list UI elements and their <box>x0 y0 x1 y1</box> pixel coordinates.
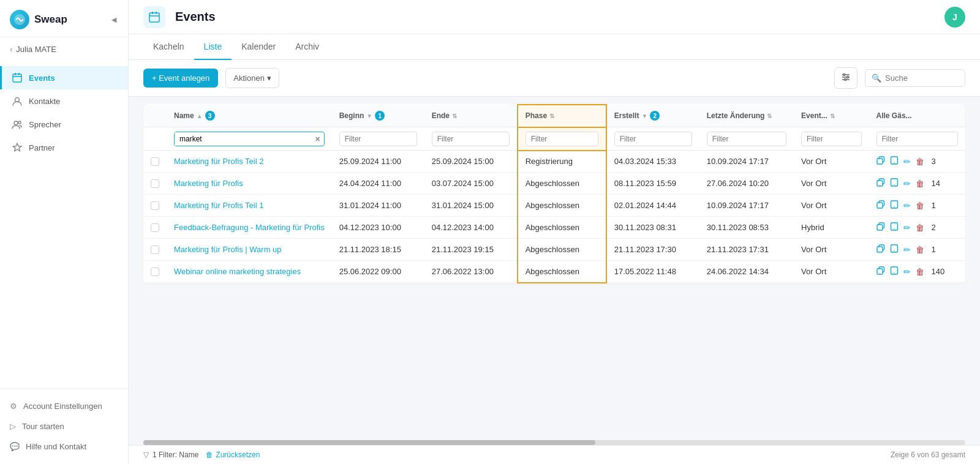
search-input[interactable] <box>885 73 959 83</box>
event-name-link[interactable]: Marketing für Profis | Warm up <box>174 245 282 254</box>
row-guest-count: 2 <box>932 223 936 232</box>
row-checkbox-input[interactable] <box>151 223 159 232</box>
delete-icon[interactable]: 🗑 <box>916 179 924 189</box>
th-letzte-aenderung[interactable]: Letzte Änderung ⇅ <box>699 105 794 127</box>
filter-settings-icon <box>841 72 851 82</box>
name-sort-badge: 3 <box>205 111 215 121</box>
name-filter-input[interactable] <box>175 132 311 146</box>
row-checkbox-input[interactable] <box>151 245 159 254</box>
tablet-icon[interactable] <box>890 222 899 233</box>
main-content: Events J Kacheln Liste Kalender Archiv +… <box>129 0 980 464</box>
row-checkbox-input[interactable] <box>151 157 159 166</box>
row-guest-count: 140 <box>932 267 945 276</box>
gaeste-filter-input[interactable] <box>876 132 958 146</box>
copy-icon[interactable] <box>876 200 885 211</box>
account-settings-icon: ⚙ <box>10 402 17 411</box>
tablet-icon[interactable] <box>890 244 899 255</box>
aktionen-button[interactable]: Aktionen ▾ <box>225 68 279 88</box>
edit-icon[interactable]: ✏ <box>903 245 911 255</box>
table-row: Marketing für Profis Teil 2 25.09.2024 1… <box>143 151 965 173</box>
sidebar-item-partner[interactable]: Partner <box>0 136 128 159</box>
copy-icon[interactable] <box>876 156 885 167</box>
tablet-icon[interactable] <box>890 266 899 277</box>
svg-rect-8 <box>149 13 159 22</box>
row-beginn: 25.09.2024 11:00 <box>332 151 424 173</box>
row-letzte-aenderung: 24.06.2022 14:34 <box>699 261 794 283</box>
eventtype-filter-input[interactable] <box>801 132 861 146</box>
edit-icon[interactable]: ✏ <box>903 201 911 211</box>
tab-kalender[interactable]: Kalender <box>232 34 285 60</box>
delete-icon[interactable]: 🗑 <box>916 223 924 233</box>
th-phase[interactable]: Phase ⇅ <box>518 105 606 127</box>
sidebar-item-kontakte[interactable]: Kontakte <box>0 89 128 113</box>
table-row: Feedback-Befragung - Marketing für Profi… <box>143 217 965 239</box>
scrollbar-thumb[interactable] <box>143 440 595 445</box>
tab-kacheln[interactable]: Kacheln <box>143 34 194 60</box>
tab-liste[interactable]: Liste <box>194 34 232 60</box>
row-phase: Registrierung <box>518 151 606 173</box>
row-alle-gaeste: ✏ 🗑 14 <box>869 173 965 195</box>
delete-icon[interactable]: 🗑 <box>916 157 924 167</box>
th-event-type[interactable]: Event... ⇅ <box>794 105 869 127</box>
search-icon: 🔍 <box>872 73 881 83</box>
edit-icon[interactable]: ✏ <box>903 267 911 277</box>
horizontal-scrollbar[interactable] <box>143 440 965 445</box>
tablet-icon[interactable] <box>890 178 899 189</box>
eventtype-sort-arrow[interactable]: ⇅ <box>830 113 835 119</box>
row-phase: Abgeschlossen <box>518 173 606 195</box>
name-sort-arrow[interactable]: ▲ <box>197 113 203 119</box>
sidebar-item-sprecher[interactable]: Sprecher <box>0 113 128 136</box>
beginn-sort-arrow[interactable]: ▼ <box>366 113 372 119</box>
name-filter-clear[interactable]: × <box>311 134 323 144</box>
erstellt-filter-input[interactable] <box>614 132 692 146</box>
row-checkbox <box>143 217 167 239</box>
row-checkbox-input[interactable] <box>151 201 159 210</box>
copy-icon[interactable] <box>876 222 885 233</box>
row-ende: 31.01.2024 15:00 <box>424 195 518 217</box>
th-beginn[interactable]: Beginn ▼ 1 <box>332 105 424 127</box>
event-name-link[interactable]: Marketing für Profis Teil 1 <box>174 201 263 210</box>
sidebar-account-settings[interactable]: ⚙ Account Einstellungen <box>0 396 128 416</box>
sidebar-hilfe[interactable]: 💬 Hilfe und Kontakt <box>0 436 128 457</box>
tab-archiv[interactable]: Archiv <box>285 34 329 60</box>
copy-icon[interactable] <box>876 178 885 189</box>
row-erstellt: 04.03.2024 15:33 <box>606 151 699 173</box>
reset-filter-button[interactable]: 🗑 Zurücksetzen <box>206 451 260 459</box>
tablet-icon[interactable] <box>890 156 899 167</box>
delete-icon[interactable]: 🗑 <box>916 267 924 277</box>
copy-icon[interactable] <box>876 244 885 255</box>
copy-icon[interactable] <box>876 266 885 277</box>
event-name-link[interactable]: Webinar online marketing strategies <box>174 267 301 276</box>
sidebar-user[interactable]: ‹ Julia MATE <box>0 37 128 61</box>
delete-icon[interactable]: 🗑 <box>916 245 924 255</box>
edit-icon[interactable]: ✏ <box>903 223 911 233</box>
edit-icon[interactable]: ✏ <box>903 157 911 167</box>
row-erstellt: 30.11.2023 08:31 <box>606 217 699 239</box>
filter-settings-button[interactable] <box>834 67 858 89</box>
sidebar-tour[interactable]: ▷ Tour starten <box>0 416 128 436</box>
event-name-link[interactable]: Marketing für Profis Teil 2 <box>174 157 263 166</box>
sidebar-collapse-button[interactable]: ◄ <box>110 15 118 24</box>
add-event-button[interactable]: + Event anlegen <box>143 69 218 88</box>
table-row: Webinar online marketing strategies 25.0… <box>143 261 965 283</box>
th-erstellt[interactable]: Erstellt ▼ 2 <box>606 105 699 127</box>
phase-sort-arrow[interactable]: ⇅ <box>549 113 554 119</box>
row-ende: 27.06.2022 13:00 <box>424 261 518 283</box>
ende-filter-input[interactable] <box>432 132 510 146</box>
delete-icon[interactable]: 🗑 <box>916 201 924 211</box>
event-name-link[interactable]: Marketing für Profis <box>174 179 243 188</box>
th-ende[interactable]: Ende ⇅ <box>424 105 518 127</box>
letzte-filter-input[interactable] <box>707 132 786 146</box>
event-name-link[interactable]: Feedback-Befragung - Marketing für Profi… <box>174 223 325 232</box>
erstellt-sort-arrow[interactable]: ▼ <box>641 113 647 119</box>
letzte-sort-arrow[interactable]: ⇅ <box>767 113 772 119</box>
beginn-filter-input[interactable] <box>339 132 417 146</box>
edit-icon[interactable]: ✏ <box>903 179 911 189</box>
tablet-icon[interactable] <box>890 200 899 211</box>
row-checkbox-input[interactable] <box>151 268 159 276</box>
th-name[interactable]: Name ▲ 3 <box>167 105 332 127</box>
row-checkbox-input[interactable] <box>151 179 159 188</box>
phase-filter-input[interactable] <box>526 132 598 146</box>
ende-sort-arrow[interactable]: ⇅ <box>452 113 457 119</box>
sidebar-item-events[interactable]: Events <box>0 66 128 89</box>
